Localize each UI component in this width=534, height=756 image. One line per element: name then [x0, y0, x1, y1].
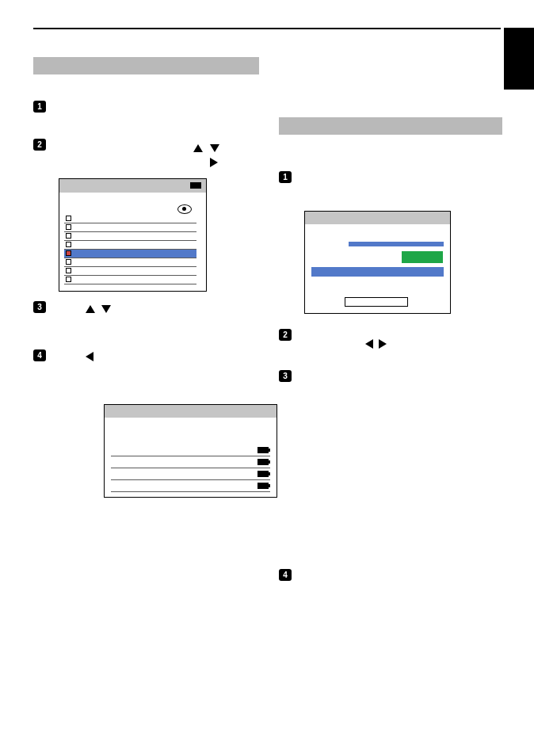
checkbox-icon[interactable] — [66, 216, 71, 221]
right-arrow-icon — [210, 158, 218, 167]
step-1-left: 1 — [33, 101, 46, 113]
list-item[interactable] — [64, 258, 196, 267]
checkbox-icon[interactable] — [66, 268, 71, 273]
list-titlebar — [59, 179, 206, 193]
section-heading-right — [279, 117, 502, 135]
step-4-left: 4 — [33, 349, 46, 361]
table-titlebar — [105, 405, 277, 418]
battery-icon — [257, 471, 269, 477]
step-4-right: 4 — [279, 569, 292, 581]
battery-icon — [257, 483, 269, 489]
input-field[interactable] — [345, 297, 408, 307]
battery-icon — [257, 447, 269, 453]
checkbox-icon[interactable] — [66, 233, 71, 239]
battery-icon — [257, 459, 269, 465]
table-row[interactable] — [111, 468, 270, 480]
down-arrow-icon — [210, 144, 219, 152]
list-item[interactable] — [64, 276, 196, 284]
list-screen — [59, 178, 207, 292]
battery-icon — [190, 182, 201, 189]
up-arrow-icon — [193, 144, 203, 152]
list-item[interactable] — [64, 232, 196, 241]
ok-button[interactable] — [402, 251, 443, 263]
top-rule — [33, 28, 501, 29]
checkbox-checked-icon[interactable] — [66, 250, 71, 256]
checkbox-icon[interactable] — [66, 259, 71, 265]
step-1-right: 1 — [279, 171, 292, 183]
list-rows — [64, 215, 196, 284]
table-row[interactable] — [111, 480, 270, 492]
table-screen — [104, 404, 277, 498]
left-arrow-icon — [365, 339, 373, 349]
down-arrow-icon — [101, 305, 111, 313]
checkbox-icon[interactable] — [66, 224, 71, 230]
list-item[interactable] — [64, 241, 196, 250]
list-item[interactable] — [64, 215, 196, 223]
list-item[interactable] — [64, 267, 196, 276]
right-arrow-icon — [379, 339, 387, 349]
step-2-left: 2 — [33, 139, 46, 151]
left-arrow-icon — [86, 352, 93, 361]
page-tab — [504, 28, 534, 90]
up-arrow-icon — [86, 305, 95, 313]
list-item[interactable] — [64, 223, 196, 232]
view-icon — [177, 204, 190, 212]
table-row[interactable] — [111, 445, 270, 456]
checkbox-icon[interactable] — [66, 242, 71, 247]
step-3-right: 3 — [279, 370, 292, 382]
dialog-titlebar — [305, 212, 450, 224]
step-3-left: 3 — [33, 301, 46, 313]
table-row[interactable] — [111, 456, 270, 468]
checkbox-icon[interactable] — [66, 277, 71, 282]
list-item-selected[interactable] — [64, 250, 196, 258]
field-highlight — [349, 242, 444, 246]
step-2-right: 2 — [279, 329, 292, 341]
section-heading-left — [33, 57, 259, 74]
selection-bar[interactable] — [311, 267, 444, 277]
dialog-screen — [304, 211, 451, 314]
table-body — [111, 445, 270, 492]
